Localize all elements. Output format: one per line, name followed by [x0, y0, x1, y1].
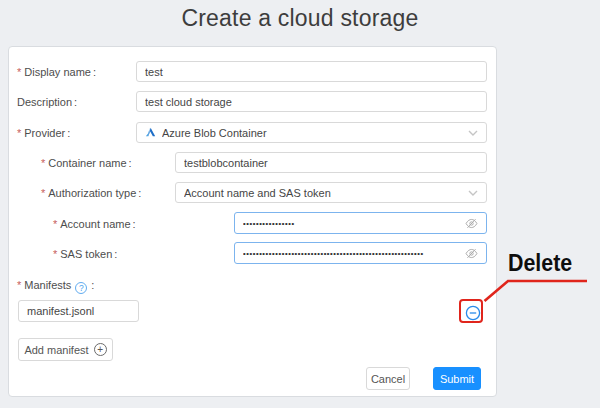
- required-marker: *: [41, 157, 45, 169]
- sas-token-input[interactable]: ••••••••••••••••••••••••••••••••••••••••…: [234, 242, 487, 264]
- plus-circle-icon: +: [94, 343, 107, 356]
- select-value: Azure Blob Container: [162, 127, 462, 139]
- label-text: Description: [17, 96, 72, 108]
- description-label: Description:: [17, 92, 77, 112]
- label-colon: :: [138, 187, 141, 199]
- label-text: Account name: [60, 218, 130, 230]
- provider-label: *Provider:: [17, 123, 70, 143]
- authorization-type-select[interactable]: Account name and SAS token: [175, 182, 487, 203]
- label-text: SAS token: [60, 248, 112, 260]
- label-colon: :: [67, 127, 70, 139]
- submit-button[interactable]: Submit: [433, 367, 481, 390]
- required-marker: *: [41, 187, 45, 199]
- container-name-label: *Container name:: [41, 153, 132, 173]
- input-value: testblobcontainer: [184, 157, 478, 169]
- display-name-label: *Display name:: [17, 62, 96, 82]
- add-manifest-button[interactable]: Add manifest +: [18, 338, 113, 361]
- chevron-down-icon: [468, 130, 478, 136]
- cancel-button[interactable]: Cancel: [366, 367, 410, 390]
- description-input[interactable]: test cloud storage: [136, 91, 487, 112]
- create-cloud-storage-dialog: Create a cloud storage *Display name: te…: [0, 0, 600, 408]
- button-label: Cancel: [371, 373, 405, 385]
- label-text: Authorization type: [48, 187, 136, 199]
- button-label: Add manifest: [24, 344, 88, 356]
- label-colon: :: [133, 218, 136, 230]
- button-label: Submit: [440, 373, 474, 385]
- input-value: manifest.jsonl: [27, 305, 130, 317]
- manifest-input[interactable]: manifest.jsonl: [18, 300, 139, 322]
- minus-circle-icon[interactable]: [465, 305, 481, 321]
- label-text: Container name: [48, 157, 126, 169]
- input-value: test: [145, 66, 478, 78]
- label-colon: :: [114, 248, 117, 260]
- account-name-input[interactable]: ••••••••••••••••: [234, 212, 487, 234]
- azure-icon: [145, 127, 156, 138]
- authorization-type-label: *Authorization type:: [41, 183, 141, 203]
- label-text: Display name: [24, 66, 91, 78]
- required-marker: *: [17, 127, 21, 139]
- select-value: Account name and SAS token: [184, 187, 462, 199]
- input-value: test cloud storage: [145, 96, 478, 108]
- chevron-down-icon: [468, 190, 478, 196]
- sas-token-label: *SAS token:: [53, 244, 117, 264]
- label-colon: :: [129, 157, 132, 169]
- manifests-label: *Manifests?:: [17, 275, 94, 295]
- eye-invisible-icon[interactable]: [465, 247, 478, 260]
- label-colon: :: [74, 96, 77, 108]
- question-circle-icon[interactable]: ?: [75, 282, 87, 294]
- required-marker: *: [53, 248, 57, 260]
- display-name-input[interactable]: test: [136, 61, 487, 82]
- account-name-label: *Account name:: [53, 214, 136, 234]
- required-marker: *: [17, 279, 21, 291]
- container-name-input[interactable]: testblobcontainer: [175, 152, 487, 173]
- label-text: Provider: [24, 127, 65, 139]
- masked-value: ••••••••••••••••: [243, 219, 459, 228]
- label-colon: :: [91, 279, 94, 291]
- provider-select[interactable]: Azure Blob Container: [136, 122, 487, 143]
- label-text: Manifests: [24, 279, 71, 291]
- delete-annotation-label: Delete: [508, 250, 572, 277]
- label-colon: :: [93, 66, 96, 78]
- required-marker: *: [17, 66, 21, 78]
- page-title: Create a cloud storage: [0, 5, 600, 32]
- form-panel: *Display name: test Description: test cl…: [8, 46, 497, 397]
- required-marker: *: [53, 218, 57, 230]
- eye-invisible-icon[interactable]: [465, 217, 478, 230]
- masked-value: ••••••••••••••••••••••••••••••••••••••••…: [243, 249, 459, 258]
